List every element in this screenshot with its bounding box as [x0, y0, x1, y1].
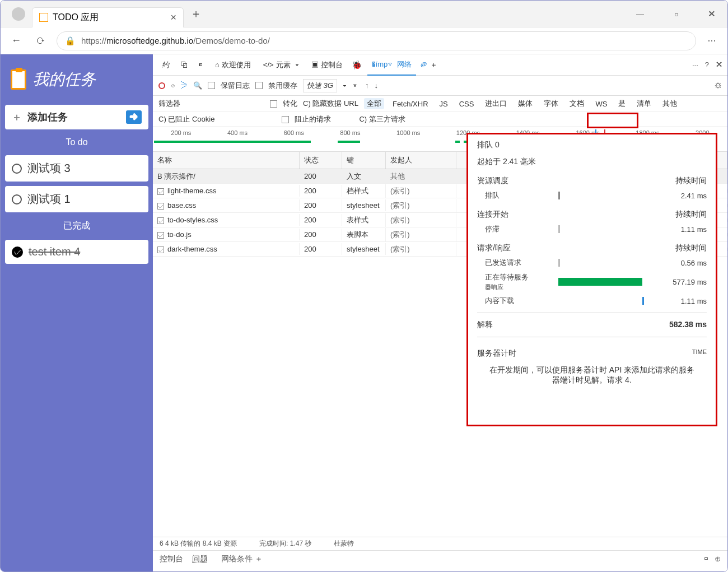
circle-icon[interactable] — [12, 164, 22, 174]
tab-elements[interactable]: </>元素▾ — [259, 54, 304, 76]
back-button[interactable]: ← — [7, 35, 25, 46]
clipboard-icon — [11, 69, 26, 90]
at-icon[interactable]: ＠ — [419, 60, 427, 70]
dock-icon[interactable]: ◧ — [194, 60, 207, 69]
throttling-select[interactable]: 快速 3G — [303, 79, 337, 92]
done-item[interactable]: ✓test item 4 — [5, 240, 148, 264]
preserve-log-checkbox[interactable] — [208, 82, 215, 89]
devtools-drawer: 控制台 问题 网络条件 ＋ ▭⊕ — [153, 550, 727, 567]
more-button[interactable]: ··· — [703, 35, 721, 46]
device-icon[interactable]: ⧉ — [177, 60, 190, 69]
search-icon[interactable]: 🔍 — [193, 81, 202, 90]
close-devtools-button[interactable]: ✕ — [716, 61, 723, 69]
drawer-icon[interactable]: ⊕ — [715, 554, 721, 564]
console-icon: ▣ — [311, 60, 319, 70]
network-toolbar: ⊘ ⚞ 🔍 保留日志 禁用缓存 快速 3G ▾ ᯤ ↑ ↓ ⚙ — [153, 76, 727, 96]
check-icon[interactable]: ✓ — [12, 247, 23, 258]
page-favicon — [39, 13, 48, 22]
more-icon[interactable]: ··· — [692, 61, 698, 69]
tab-console[interactable]: ▣控制台 — [307, 54, 347, 76]
wifi-icon[interactable]: ᯤ — [352, 81, 360, 90]
window-title-bar: TODO 应用 × ＋ — ▢ ✕ — [1, 1, 727, 27]
filter-all[interactable]: 全部 — [364, 98, 384, 109]
tab-welcome[interactable]: ⌂欢迎使用 — [211, 54, 255, 76]
close-window-button[interactable]: ✕ — [701, 10, 723, 18]
download-icon[interactable]: ↓ — [374, 81, 378, 90]
address-bar: ← ⟳ 🔒 https://microsoftedge.github.io/De… — [1, 27, 727, 54]
home-icon: ⌂ — [215, 61, 220, 69]
refresh-button[interactable]: ⟳ — [32, 35, 50, 46]
upload-icon[interactable]: ↑ — [365, 81, 369, 90]
record-button[interactable] — [158, 82, 165, 89]
todo-header: To do — [5, 134, 148, 151]
circle-icon[interactable] — [12, 194, 22, 204]
network-filter-bar: 筛选器 转化 C) 隐藏数据 URL 全部 Fetch/XHR JS CSS 进… — [153, 96, 727, 112]
drawer-icon[interactable]: ▭ — [704, 554, 708, 564]
todo-item[interactable]: 测试项 3 — [5, 155, 148, 182]
lock-icon: 🔒 — [65, 36, 76, 46]
profile-avatar[interactable] — [12, 7, 25, 21]
maximize-button[interactable]: ▢ — [665, 10, 687, 18]
highlight-waterfall-cell — [587, 113, 638, 128]
invert-checkbox[interactable] — [270, 100, 277, 108]
timing-tooltip: 排队 0 起始于 2.41 毫米 资源调度持续时间 排队2.41 ms 连接开始… — [466, 133, 717, 426]
new-tab-button[interactable]: ＋ — [190, 6, 202, 21]
url-input[interactable]: 🔒 https://microsoftedge.github.io/Demos/… — [57, 31, 696, 50]
minimize-button[interactable]: — — [629, 10, 651, 18]
done-header: 已完成 — [5, 217, 148, 235]
browser-tab[interactable]: TODO 应用 × — [32, 7, 184, 27]
add-task-card[interactable]: ＋ 添加任务 ➜ — [5, 105, 148, 129]
filter-fetch[interactable]: Fetch/XHR — [390, 99, 431, 109]
filter-css[interactable]: CSS — [456, 99, 477, 109]
drawer-issues[interactable]: 问题 — [192, 554, 208, 564]
todo-item[interactable]: 测试项 1 — [5, 186, 148, 212]
plus-tab-button[interactable]: ＋ — [430, 60, 437, 70]
close-tab-icon[interactable]: × — [170, 12, 176, 24]
filter-input[interactable]: 筛选器 — [158, 99, 180, 109]
plus-icon: ＋ — [12, 110, 22, 124]
tab-network[interactable]: �ímpᯤ网络 — [367, 54, 417, 76]
drawer-netcond[interactable]: 网络条件 ＋ — [217, 552, 267, 566]
filter-js[interactable]: JS — [437, 99, 451, 109]
clear-button[interactable]: ⊘ — [171, 81, 175, 90]
tab-title: TODO 应用 — [53, 12, 99, 24]
filter-button[interactable]: ⚞ — [180, 81, 188, 90]
app-title: 我的任务 — [5, 59, 148, 100]
tab-inspect[interactable]: 约 — [157, 54, 174, 76]
bug-icon[interactable]: 🐞 — [351, 60, 364, 70]
devtools-panel: 约 ⧉ ◧ ⌂欢迎使用 </>元素▾ ▣控制台 🐞 �ímpᯤ网络 ＠ ＋ ··… — [153, 54, 727, 572]
submit-icon[interactable]: ➜ — [126, 110, 142, 124]
settings-icon[interactable]: ⚙ — [715, 81, 722, 90]
dropdown-icon[interactable]: ▾ — [343, 81, 347, 90]
network-status-bar: 6 4 kB 传输的 8.4 kB 资源 完成时间: 1.47 秒 杜蒙特 — [153, 537, 727, 550]
help-icon[interactable]: ? — [705, 61, 709, 69]
disable-cache-checkbox[interactable] — [255, 82, 263, 89]
wifi-icon: �ímpᯤ — [372, 60, 395, 68]
devtools-tabs: 约 ⧉ ◧ ⌂欢迎使用 </>元素▾ ▣控制台 🐞 �ímpᯤ网络 ＠ ＋ ··… — [153, 54, 727, 76]
drawer-console[interactable]: 控制台 — [160, 554, 183, 564]
todo-app: 我的任务 ＋ 添加任务 ➜ To do 测试项 3 测试项 1 已完成 ✓tes… — [1, 54, 153, 572]
